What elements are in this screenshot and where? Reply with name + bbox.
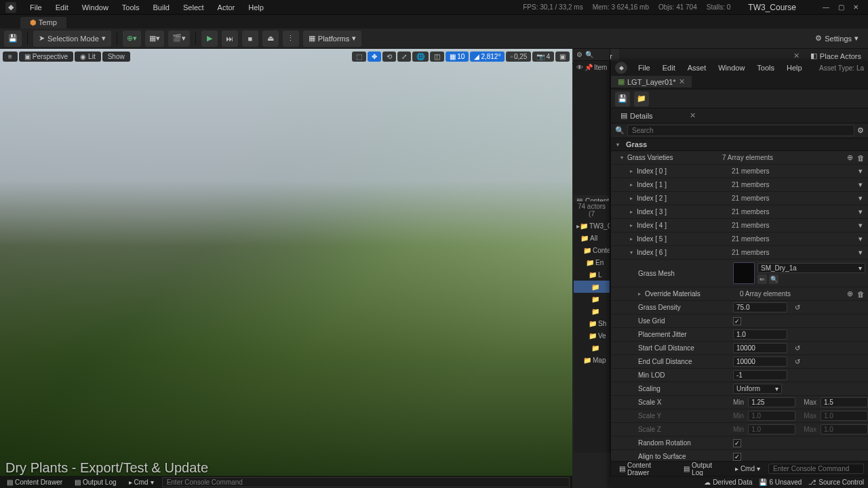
transform-scale-button[interactable]: ⤢ [397,52,411,62]
array-add-button[interactable]: ⊕ [845,289,854,299]
cb-folder[interactable]: 📁Conte [574,244,610,256]
reset-button[interactable]: ↺ [793,357,802,367]
stop-button[interactable]: ■ [242,30,258,47]
play-button[interactable]: ▶ [201,30,218,47]
array-add-button[interactable]: ⊕ [845,153,854,163]
scale-x-min-input[interactable] [748,397,795,407]
outliner-col-header[interactable]: 👁 📌 Item [574,61,610,73]
output-log-button[interactable]: ▤Output Log [71,478,120,487]
end-cull-input[interactable] [733,357,787,367]
ae-menu-file[interactable]: File [633,64,656,72]
outliner-close-button[interactable]: ✕ [789,52,804,60]
transform-select-button[interactable]: ⬚ [352,52,366,62]
reset-button[interactable]: ↺ [793,303,802,312]
element-menu-button[interactable]: ▾ [856,167,865,176]
ae-content-drawer-button[interactable]: ▤Content Drawer [615,460,675,478]
element-menu-button[interactable]: ▾ [856,207,865,217]
surface-snap-button[interactable]: ◫ [430,52,444,62]
menu-actor[interactable]: Actor [211,3,242,12]
asset-tab[interactable]: ▦ LGT_Layer01* ✕ [611,76,692,87]
prop-override-materials[interactable]: ▸Override Materials0 Array elements⊕🗑 [611,287,868,301]
cb-root-folder[interactable]: ▸📁TW3_Cou [574,220,610,232]
source-control-button[interactable]: ⎇Source Control [808,479,864,486]
window-close-icon[interactable]: ✕ [849,2,863,13]
marketplace-button[interactable]: ▦▾ [145,30,164,47]
menu-build[interactable]: Build [146,3,176,12]
angle-snap-toggle[interactable]: ◢ 2,812° [470,52,505,62]
reset-button[interactable]: ↺ [793,344,802,353]
array-clear-button[interactable]: 🗑 [856,153,865,163]
cb-folder[interactable]: 📁En [574,256,610,268]
settings-dropdown[interactable]: ⚙ Settings ▾ [810,34,864,43]
viewport-menu[interactable]: ≡ [3,52,18,62]
expand-icon[interactable]: ▾ [620,155,627,161]
play-options-button[interactable]: ⋮ [283,30,299,47]
ae-menu-help[interactable]: Help [781,64,808,72]
mesh-asset-dropdown[interactable]: SM_Dry_1a▾ [757,263,865,273]
viewport-maximize-button[interactable]: ▣ [555,52,570,62]
viewport[interactable]: ≡ ▣ Perspective ◉ Lit Show ⬚ ✥ ⟲ ⤢ 🌐 ◫ ▦… [0,49,572,488]
expand-icon[interactable]: ▸ [630,168,637,174]
menu-tools[interactable]: Tools [115,3,146,12]
content-drawer-button[interactable]: ▤Content Drawer [3,478,66,487]
ae-menu-edit[interactable]: Edit [657,64,681,72]
use-grid-checkbox[interactable] [733,317,741,325]
ae-cmd-dropdown[interactable]: ▸Cmd ▾ [731,464,764,474]
camera-speed[interactable]: 📷 4 [532,52,554,62]
cinematics-button[interactable]: 🎬▾ [168,30,190,47]
derived-data-button[interactable]: ☁Derived Data [704,479,752,486]
add-content-button[interactable]: ⊕▾ [123,30,141,47]
element-menu-button[interactable]: ▾ [856,248,865,258]
expand-icon[interactable]: ▸ [630,195,637,201]
element-menu-button[interactable]: ▾ [856,194,865,203]
details-tab[interactable]: ▤ Details [615,111,658,120]
element-menu-button[interactable]: ▾ [856,180,865,190]
array-index-row[interactable]: ▸Index [ 1 ]21 members▾ [611,178,868,192]
tab-close-icon[interactable]: ✕ [679,77,685,86]
align-surface-checkbox[interactable] [733,453,741,461]
scale-snap-toggle[interactable]: ▫ 0,25 [506,52,531,62]
array-index-row[interactable]: ▸Index [ 0 ]21 members▾ [611,165,868,178]
grid-snap-toggle[interactable]: ▦ 10 [446,52,469,62]
console-command-input[interactable] [162,477,570,487]
cb-folder[interactable]: 📁L [574,268,610,281]
expand-icon[interactable]: ▸ [630,209,637,215]
collapse-icon[interactable]: ▾ [630,249,637,256]
use-selected-button[interactable]: ⇐ [757,274,767,284]
settings-icon[interactable]: ⚙ [576,51,583,58]
ae-console-input[interactable] [768,464,864,474]
level-tab[interactable]: ⬢ Temp [20,17,66,28]
cmd-dropdown[interactable]: ▸Cmd ▾ [125,478,158,487]
viewport-show-dropdown[interactable]: Show [102,52,130,62]
mesh-thumbnail[interactable] [733,262,755,284]
cb-folder[interactable]: 📁 [574,293,610,305]
filter-icon[interactable]: ⚙ [857,126,864,135]
cb-folder[interactable]: 📁 [574,305,610,317]
ae-output-log-button[interactable]: ▤Output Log [679,460,727,478]
jitter-input[interactable] [733,329,787,340]
expand-icon[interactable]: ▸ [638,291,645,297]
transform-rotate-button[interactable]: ⟲ [382,52,396,62]
scale-x-max-input[interactable] [821,397,868,407]
expand-icon[interactable]: ▸ [630,182,637,188]
element-menu-button[interactable]: ▾ [856,235,865,244]
save-button[interactable]: 💾 [4,30,22,47]
platforms-dropdown[interactable]: ▦ Platforms ▾ [303,30,361,47]
category-grass[interactable]: ▾Grass [611,138,868,151]
scaling-dropdown[interactable]: Uniform▾ [733,384,782,394]
array-clear-button[interactable]: 🗑 [856,289,865,299]
cb-folder[interactable]: 📁 [574,342,610,354]
cb-folder[interactable]: 📁All [574,232,610,244]
eject-button[interactable]: ⏏ [262,30,279,47]
skip-button[interactable]: ⏭ [222,30,238,47]
start-cull-input[interactable] [733,343,787,353]
selection-mode-dropdown[interactable]: ➤ Selection Mode ▾ [33,30,111,47]
prop-grass-varieties[interactable]: ▾ Grass Varieties 7 Array elements ⊕🗑 [611,151,868,165]
menu-select[interactable]: Select [176,3,211,12]
unsaved-button[interactable]: 💾6 Unsaved [759,479,802,486]
details-close-icon[interactable]: ✕ [690,111,696,120]
cb-folder[interactable]: 📁Ve [574,329,610,342]
menu-help[interactable]: Help [241,3,271,12]
search-icon[interactable]: 🔍 [585,51,593,58]
window-minimize-icon[interactable]: — [819,2,833,13]
